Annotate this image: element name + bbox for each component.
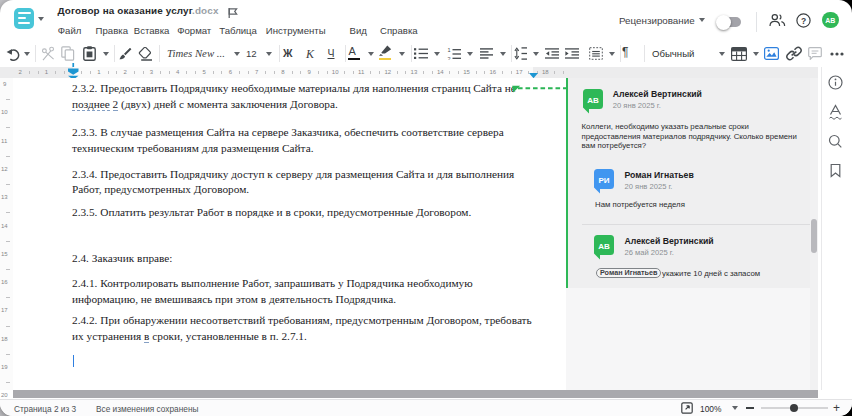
svg-text:АВ: АВ [598,242,610,251]
svg-text:2: 2 [448,55,451,59]
svg-text:АВ: АВ [587,95,599,104]
svg-text:РИ: РИ [598,176,609,185]
svg-text:?: ? [801,15,806,25]
svg-text:1: 1 [448,48,451,53]
